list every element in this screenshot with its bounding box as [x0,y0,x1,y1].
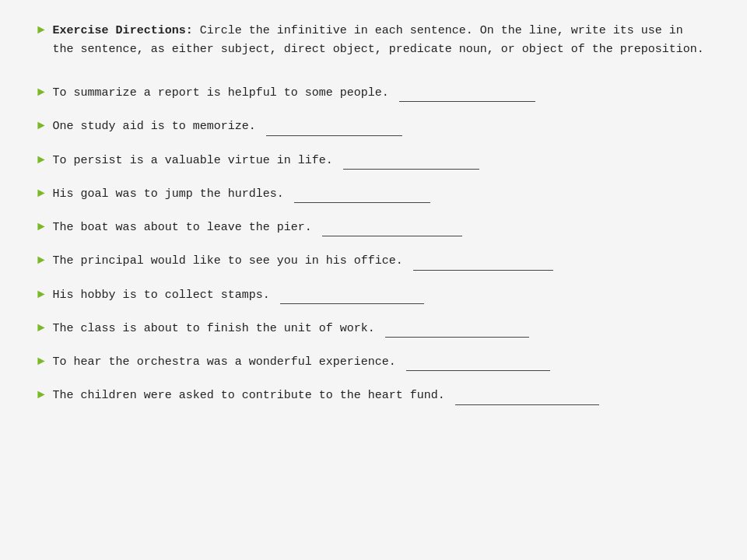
exercise-text-7: His hobby is to collect stamps. [53,286,424,304]
exercise-item-7: ►His hobby is to collect stamps. [37,286,710,304]
exercise-item-6: ►The principal would like to see you in … [37,252,710,270]
exercise-bullet-8: ► [37,321,45,335]
directions-item: ► Exercise Directions: Circle the infini… [37,22,710,59]
exercise-text-4: His goal was to jump the hurdles. [53,185,430,203]
exercise-item-2: ►One study aid is to memorize. [37,117,710,135]
exercise-item-9: ►To hear the orchestra was a wonderful e… [37,353,710,371]
answer-line-10[interactable] [455,404,599,405]
exercise-bullet-7: ► [37,288,45,302]
exercise-bullet-10: ► [37,388,45,402]
exercise-bullet-2: ► [37,119,45,133]
answer-line-2[interactable] [266,135,402,136]
directions-text: Exercise Directions: Circle the infiniti… [53,22,710,59]
answer-line-8[interactable] [385,337,529,338]
exercise-item-10: ►The children were asked to contribute t… [37,387,710,404]
answer-line-9[interactable] [406,370,550,371]
exercise-bullet-1: ► [37,86,45,100]
exercise-item-4: ►His goal was to jump the hurdles. [37,185,710,203]
exercise-bullet-9: ► [37,355,45,369]
exercise-text-10: The children were asked to contribute to… [53,387,599,404]
page: ► Exercise Directions: Circle the infini… [0,0,747,560]
exercise-bullet-6: ► [37,254,45,268]
directions-bullet: ► [37,23,45,37]
exercise-text-1: To summarize a report is helpful to some… [53,84,535,102]
exercise-item-1: ►To summarize a report is helpful to som… [37,84,710,102]
answer-line-7[interactable] [280,303,424,304]
exercises-container: ►To summarize a report is helpful to som… [37,84,710,405]
answer-line-6[interactable] [413,270,553,271]
exercise-text-3: To persist is a valuable virtue in life. [53,152,479,170]
exercise-text-8: The class is about to finish the unit of… [53,320,529,338]
answer-line-3[interactable] [343,169,479,170]
exercise-text-9: To hear the orchestra was a wonderful ex… [53,353,550,371]
exercise-text-2: One study aid is to memorize. [53,117,402,135]
directions-label: Exercise Directions: [53,24,193,37]
exercise-item-5: ►The boat was about to leave the pier. [37,219,710,236]
answer-line-4[interactable] [294,202,430,203]
answer-line-1[interactable] [399,101,535,102]
exercise-bullet-4: ► [37,187,45,201]
exercise-text-6: The principal would like to see you in h… [53,252,553,270]
exercise-item-8: ►The class is about to finish the unit o… [37,320,710,338]
exercise-bullet-5: ► [37,220,45,234]
exercise-text-5: The boat was about to leave the pier. [53,219,462,236]
answer-line-5[interactable] [322,236,462,236]
exercise-item-3: ►To persist is a valuable virtue in life… [37,152,710,170]
exercise-bullet-3: ► [37,153,45,167]
